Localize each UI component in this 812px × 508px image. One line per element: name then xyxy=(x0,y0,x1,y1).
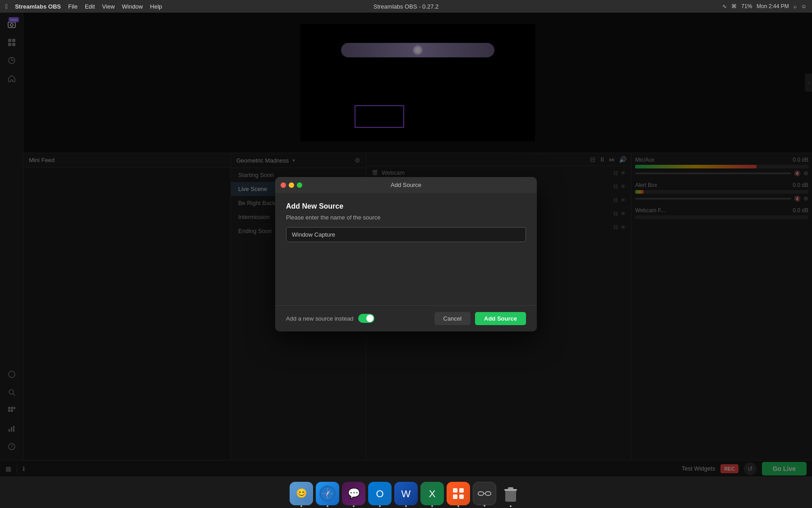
svg-text:X: X xyxy=(429,488,436,499)
title-bar:  Streamlabs OBS File Edit View Window H… xyxy=(0,0,812,13)
svg-rect-33 xyxy=(459,488,464,493)
svg-text:😊: 😊 xyxy=(296,488,307,499)
svg-rect-32 xyxy=(453,488,457,493)
dialog-minimize-button[interactable] xyxy=(289,182,294,188)
dock-item-excel[interactable]: X xyxy=(420,482,444,505)
dock-item-squares[interactable] xyxy=(447,482,470,505)
search-icon[interactable]: ⌕ xyxy=(794,3,797,9)
toggle-knob xyxy=(366,315,374,322)
menu-help[interactable]: Help xyxy=(150,3,162,10)
dialog-traffic-lights xyxy=(281,182,302,188)
dock-item-safari[interactable] xyxy=(316,482,339,505)
dock-item-word[interactable]: W xyxy=(394,482,418,505)
add-source-dialog: Add Source Add New Source Please enter t… xyxy=(275,177,537,331)
battery-icon: 71% xyxy=(741,3,752,9)
dialog-heading: Add New Source xyxy=(286,202,526,210)
svg-rect-34 xyxy=(453,494,457,499)
dialog-buttons: Cancel Add Source xyxy=(434,312,526,325)
source-name-input[interactable] xyxy=(286,227,526,242)
user-icon[interactable]: ☺ xyxy=(801,3,807,9)
dialog-empty-space xyxy=(286,242,526,296)
toggle-label: Add a new source instead xyxy=(286,315,354,322)
menu-edit[interactable]: Edit xyxy=(85,3,95,10)
svg-rect-35 xyxy=(459,494,464,499)
svg-rect-41 xyxy=(508,487,513,489)
dock-item-finder[interactable]: 😊 xyxy=(290,482,313,505)
cancel-button[interactable]: Cancel xyxy=(434,312,471,325)
menu-file[interactable]: File xyxy=(68,3,78,10)
menu-window[interactable]: Window xyxy=(122,3,143,10)
system-status: ∿ ⌘ 71% Mon 2:44 PM ⌕ ☺ xyxy=(722,3,807,9)
apple-logo-icon:  xyxy=(5,3,8,10)
window-title: Streamlabs OBS - 0.27.2 xyxy=(374,3,439,10)
svg-text:💬: 💬 xyxy=(348,487,360,499)
svg-rect-37 xyxy=(485,492,491,495)
dialog-title: Add Source xyxy=(391,182,421,188)
add-source-button[interactable]: Add Source xyxy=(475,312,526,325)
dock-item-glasses[interactable] xyxy=(473,482,496,505)
wifi-icon: ⌘ xyxy=(731,3,737,9)
dock-item-slack[interactable]: 💬 xyxy=(342,482,365,505)
toggle-section: Add a new source instead xyxy=(286,314,374,323)
dialog-titlebar: Add Source xyxy=(275,177,537,193)
menu-view[interactable]: View xyxy=(102,3,115,10)
svg-text:W: W xyxy=(401,488,411,499)
dialog-subtext: Please enter the name of the source xyxy=(286,214,526,221)
menu-streamlabs[interactable]: Streamlabs OBS xyxy=(15,3,61,10)
dialog-close-button[interactable] xyxy=(281,182,286,188)
dock-item-outlook[interactable]: O xyxy=(368,482,392,505)
dialog-footer: Add a new source instead Cancel Add Sour… xyxy=(275,305,537,331)
dock: 😊 💬 O W X xyxy=(290,476,522,508)
clock: Mon 2:44 PM xyxy=(757,3,789,9)
svg-text:O: O xyxy=(376,488,383,499)
bluetooth-icon: ∿ xyxy=(722,3,727,9)
svg-rect-36 xyxy=(478,492,484,495)
dialog-body: Add New Source Please enter the name of … xyxy=(275,193,537,305)
dialog-maximize-button[interactable] xyxy=(297,182,302,188)
add-new-source-toggle[interactable] xyxy=(358,314,374,323)
dock-item-trash[interactable] xyxy=(499,482,522,505)
